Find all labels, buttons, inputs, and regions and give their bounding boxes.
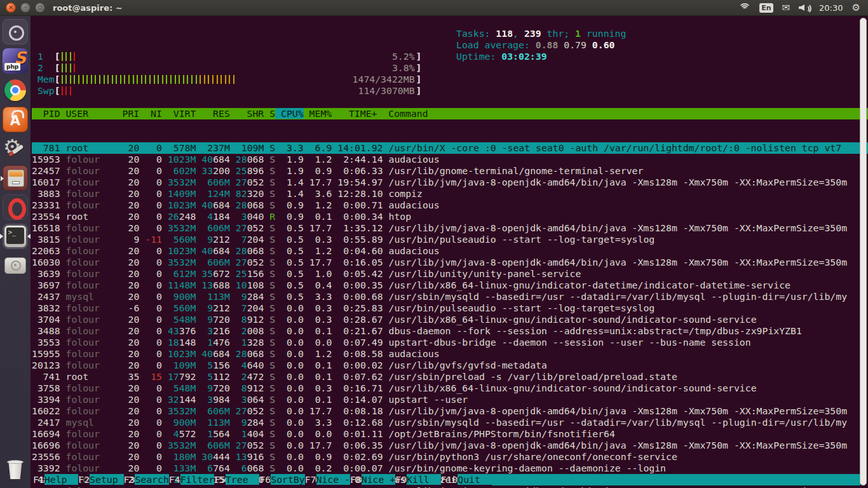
- process-row-16030[interactable]: 16030 folour 20 0 3532M 606M 27052 S 0.5…: [32, 257, 868, 268]
- clock[interactable]: 20:30: [819, 3, 843, 13]
- window-controls: ✕ – ◻: [6, 3, 45, 13]
- process-row-16017[interactable]: 16017 folour 20 0 3532M 606M 27052 S 1.4…: [32, 177, 868, 188]
- meter-1: 1 [5.2%]: [32, 51, 868, 62]
- process-row-16696[interactable]: 16696 folour 20 0 3532M 606M 27052 S 0.0…: [32, 440, 868, 451]
- meter-mem: Mem[1474/3422MB]: [32, 74, 868, 85]
- process-row-22457[interactable]: 22457 folour 20 0 602M 33200 25896 S 1.9…: [32, 165, 868, 177]
- minimize-button[interactable]: –: [20, 3, 31, 13]
- software-center-icon[interactable]: A: [3, 107, 28, 132]
- close-button[interactable]: ✕: [6, 3, 16, 13]
- wifi-icon[interactable]: [739, 3, 750, 12]
- column-header-pid[interactable]: PID: [32, 108, 60, 119]
- process-row-3394[interactable]: 3394 folour 20 0 32144 3984 3064 S 0.0 0…: [32, 394, 868, 405]
- process-row-23331[interactable]: 23331 folour 20 0 1023M 40684 28068 S 0.…: [32, 200, 868, 211]
- fkey-f7-nice-[interactable]: F7Nice -: [305, 474, 350, 485]
- process-row-22063[interactable]: 22063 folour 20 0 1023M 40684 28068 S 0.…: [32, 245, 868, 257]
- load-average: Load average: 0.88 0.79 0.60: [456, 39, 626, 51]
- dash-home-icon[interactable]: [3, 19, 28, 44]
- mail-icon[interactable]: ✉: [782, 3, 790, 13]
- htop-app: 1 [5.2%] 2 [3.8%] Mem[1474/3422MB] Swp[1…: [32, 28, 868, 488]
- column-header-time+[interactable]: TIME+: [332, 108, 383, 119]
- table-header[interactable]: PID USER PRI NI VIRT RES SHR S CPU% MEM%…: [32, 108, 868, 119]
- process-row-3392[interactable]: 3392 folour 20 0 133M 6764 6068 S 0.0 0.…: [32, 463, 868, 474]
- process-row-781[interactable]: 781 root 20 0 578M 237M 109M S 3.3 6.9 1…: [32, 142, 868, 154]
- opera-icon[interactable]: [3, 194, 28, 220]
- column-header-user[interactable]: USER: [60, 108, 117, 119]
- fkey-f1-help[interactable]: F1Help: [33, 474, 78, 485]
- phpstorm-icon[interactable]: S php: [3, 48, 28, 74]
- software-center-letter: A: [3, 113, 27, 128]
- process-row-16694[interactable]: 16694 folour 20 0 4572 1564 1404 S 0.0 0…: [32, 428, 868, 440]
- column-header-shr[interactable]: SHR: [230, 108, 264, 119]
- process-row-20123[interactable]: 20123 folour 20 0 109M 5156 4640 S 0.0 0…: [32, 360, 868, 371]
- process-row-3704[interactable]: 3704 folour 20 0 548M 9720 8912 S 0.0 0.…: [32, 314, 868, 325]
- process-row-23554[interactable]: 23554 root 20 0 26248 4184 3040 R 0.9 0.…: [32, 211, 868, 222]
- volume-icon[interactable]: [799, 3, 810, 12]
- column-header-ni[interactable]: NI: [139, 108, 162, 119]
- terminal-window: 1 [5.2%] 2 [3.8%] Mem[1474/3422MB] Swp[1…: [31, 15, 868, 488]
- fkey-f8-nice+[interactable]: F8Nice +: [350, 474, 395, 485]
- unity-launcher: S php A ⚙ >_: [0, 15, 31, 488]
- tasks-summary: Tasks: 118, 239 thr; 1 running: [456, 28, 626, 39]
- desktop: ✕ – ◻ root@aspire: ~ En ✉ 20:30 ⚙ S php: [0, 0, 868, 488]
- fkey-f9-kill[interactable]: F9Kill: [395, 474, 440, 485]
- top-panel: ✕ – ◻ root@aspire: ~ En ✉ 20:30 ⚙: [0, 0, 868, 16]
- column-header-virt[interactable]: VIRT: [162, 108, 196, 119]
- file-archiver-icon[interactable]: [3, 165, 28, 191]
- window-title: root@aspire: ~: [53, 3, 123, 13]
- column-header-pri[interactable]: PRI: [117, 108, 140, 119]
- process-row-741[interactable]: 741 root 35 15 17792 5112 2472 S 0.0 0.1…: [32, 371, 868, 383]
- column-header-command[interactable]: Command: [383, 108, 428, 119]
- column-header-mem[interactable]: MEM%: [304, 108, 332, 119]
- function-key-bar: F1Help F2Setup F3SearchF4FilterF5Tree F6…: [33, 474, 860, 485]
- terminal-scrollbar[interactable]: [860, 18, 867, 485]
- process-row-16518[interactable]: 16518 folour 20 0 3532M 606M 27052 S 0.5…: [32, 222, 868, 234]
- system-summary: Tasks: 118, 239 thr; 1 runningLoad avera…: [456, 28, 626, 62]
- trash-icon[interactable]: [3, 458, 28, 483]
- process-row-2437[interactable]: 2437 mysql 20 0 900M 113M 9284 S 0.5 3.3…: [32, 291, 868, 302]
- fkey-f2-setup[interactable]: F2Setup: [78, 474, 123, 485]
- process-table: PID USER PRI NI VIRT RES SHR S CPU% MEM%…: [32, 85, 868, 488]
- process-row-16022[interactable]: 16022 folour 20 0 3532M 606M 27052 S 0.0…: [32, 405, 868, 417]
- system-settings-icon[interactable]: ⚙: [3, 136, 28, 161]
- uptime: Uptime: 03:02:39: [456, 51, 626, 62]
- fkey-f5-tree[interactable]: F5Tree: [214, 474, 259, 485]
- process-row-3758[interactable]: 3758 folour 20 0 548M 9720 8912 S 0.0 0.…: [32, 383, 868, 394]
- fkey-bar-filler: [492, 474, 860, 485]
- fkey-f6-sortby[interactable]: F6SortBy: [259, 474, 304, 485]
- process-row-15953[interactable]: 15953 folour 20 0 1023M 40684 28068 S 1.…: [32, 154, 868, 165]
- process-row-3488[interactable]: 3488 folour 20 0 43376 3216 2008 S 0.0 0…: [32, 325, 868, 337]
- meter-2: 2 [3.8%]: [32, 62, 868, 74]
- phpstorm-badge: php: [4, 63, 20, 71]
- process-row-23556[interactable]: 23556 folour 20 0 180M 30444 13916 S 0.0…: [32, 451, 868, 463]
- process-row-3815[interactable]: 3815 folour 9 -11 560M 9212 7204 S 0.5 0…: [32, 234, 868, 245]
- chrome-icon[interactable]: [3, 78, 28, 103]
- maximize-button[interactable]: ◻: [35, 3, 45, 13]
- process-row-3553[interactable]: 3553 folour 20 0 18148 1476 1328 S 0.0 0…: [32, 337, 868, 348]
- process-row-3697[interactable]: 3697 folour 20 0 1148M 13688 10108 S 0.5…: [32, 280, 868, 291]
- fkey-f10-quit[interactable]: F10Quit: [441, 474, 492, 485]
- disks-icon[interactable]: [3, 253, 28, 278]
- terminal-prompt-glyph: >_: [6, 227, 24, 244]
- terminal-icon[interactable]: >_: [3, 224, 28, 249]
- fkey-f4-filter[interactable]: F4Filter: [169, 474, 214, 485]
- fkey-f3-search[interactable]: F3Search: [124, 474, 169, 485]
- process-row-3639[interactable]: 3639 folour 20 0 612M 35672 25156 S 0.5 …: [32, 268, 868, 280]
- process-row-3883[interactable]: 3883 folour 20 0 1409M 124M 82320 S 1.4 …: [32, 188, 868, 200]
- column-header-s[interactable]: S: [264, 108, 275, 119]
- keyboard-layout-indicator[interactable]: En: [759, 3, 773, 13]
- process-row-15955[interactable]: 15955 folour 20 0 1023M 40684 28068 S 0.…: [32, 348, 868, 360]
- process-row-16042[interactable]: 16042 folour 20 0 3532M 606M 27052 S 0.0…: [32, 485, 868, 488]
- column-header-res[interactable]: RES: [196, 108, 229, 119]
- session-gear-icon[interactable]: ⚙: [852, 3, 860, 13]
- process-row-2417[interactable]: 2417 mysql 20 0 900M 113M 9284 S 0.0 3.3…: [32, 417, 868, 428]
- process-row-3832[interactable]: 3832 folour -6 0 560M 9212 7204 S 0.0 0.…: [32, 302, 868, 314]
- column-header-cpu%[interactable]: CPU%: [275, 108, 304, 119]
